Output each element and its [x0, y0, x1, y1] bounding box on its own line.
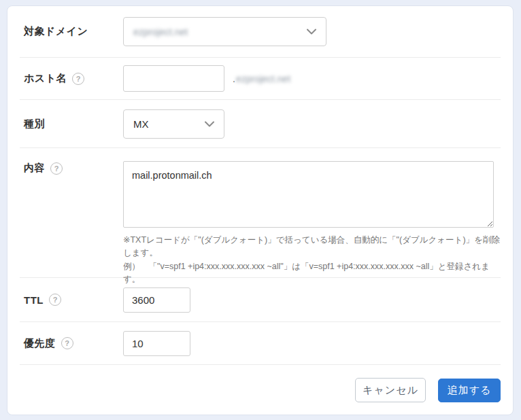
- chevron-down-icon: [205, 121, 214, 127]
- form-footer: キャンセル 追加する: [20, 365, 501, 415]
- priority-label: 優先度: [24, 337, 56, 350]
- host-suffix-dot: .: [233, 73, 235, 84]
- help-icon[interactable]: ?: [49, 294, 61, 306]
- chevron-down-icon: [307, 29, 316, 35]
- help-icon[interactable]: ?: [50, 162, 63, 175]
- host-name-label: ホスト名: [24, 72, 67, 85]
- target-domain-label: 対象ドメイン: [24, 25, 88, 38]
- help-icon[interactable]: ?: [72, 73, 84, 85]
- host-name-input[interactable]: [123, 65, 224, 92]
- content-notes: ※TXTレコードが「"(ダブルクォート)」で括っている場合、自動的に「"(ダブル…: [123, 234, 501, 287]
- form-row-content: 内容 ? mail.protonmail.ch ※TXTレコードが「"(ダブルク…: [20, 148, 501, 278]
- add-button[interactable]: 追加する: [438, 379, 501, 402]
- content-note-line1: ※TXTレコードが「"(ダブルクォート)」で括っている場合、自動的に「"(ダブル…: [123, 234, 501, 260]
- record-type-label: 種別: [24, 118, 45, 130]
- record-type-select[interactable]: MX: [123, 109, 224, 139]
- host-name-suffix: . ezproject.net: [233, 73, 290, 84]
- form-row-priority: 優先度 ?: [20, 322, 501, 365]
- ttl-input[interactable]: [123, 287, 190, 313]
- host-suffix-domain: ezproject.net: [236, 73, 290, 84]
- content-textarea[interactable]: mail.protonmail.ch: [123, 161, 494, 228]
- content-note-line2: 例） 「"v=spf1 +ip4:xxx.xxx.xxx.xxx ~all"」は…: [123, 260, 501, 287]
- target-domain-selected-value: ezproject.net: [133, 27, 188, 37]
- cancel-button[interactable]: キャンセル: [355, 378, 426, 402]
- form-row-host-name: ホスト名 ? . ezproject.net: [20, 58, 501, 100]
- help-icon[interactable]: ?: [61, 337, 73, 349]
- form-row-target-domain: 対象ドメイン ezproject.net: [20, 6, 501, 58]
- ttl-label: TTL: [24, 294, 44, 306]
- record-type-selected-value: MX: [133, 118, 149, 130]
- priority-input[interactable]: [123, 331, 190, 356]
- form-row-record-type: 種別 MX: [20, 100, 501, 148]
- content-label: 内容: [24, 162, 45, 175]
- target-domain-select[interactable]: ezproject.net: [123, 17, 326, 46]
- dns-record-form-card: 対象ドメイン ezproject.net ホスト名 ? . ezproject.…: [7, 5, 514, 415]
